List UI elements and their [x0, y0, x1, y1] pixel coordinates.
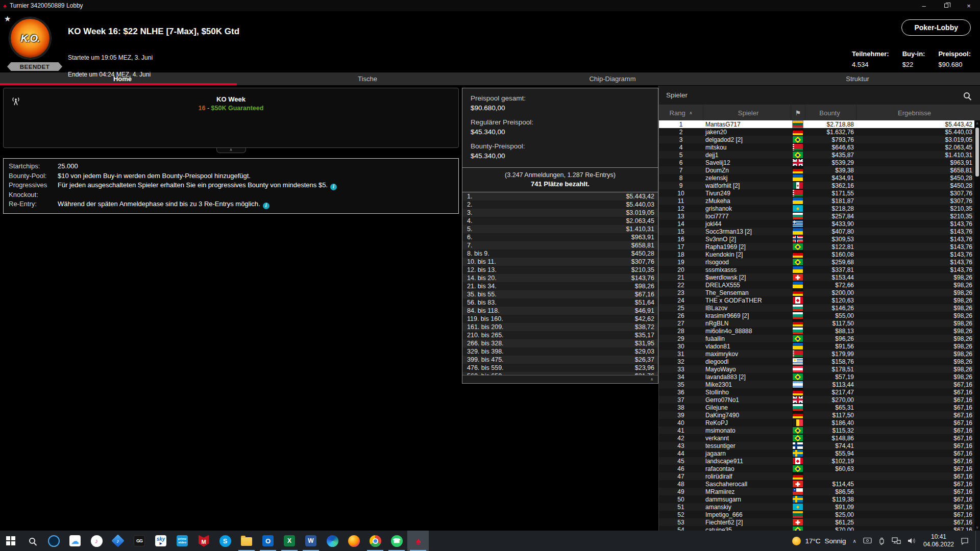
table-row[interactable]: 19rlsogood$259,68$143,76 [659, 258, 974, 266]
volume-icon[interactable] [908, 537, 917, 544]
table-row[interactable]: 8zelenskj$434,91$450,28 [659, 174, 974, 182]
music-app-icon[interactable]: ♪ [107, 531, 129, 551]
firefox-icon[interactable] [343, 531, 364, 551]
column-header-bounty[interactable]: Bounty [805, 105, 856, 120]
chrome-icon[interactable] [364, 531, 386, 551]
show-desktop-button[interactable] [975, 531, 978, 551]
table-row[interactable]: 7DoumZn$39,38$658,81 [659, 166, 974, 174]
column-header-flag[interactable]: ⚑ [791, 105, 805, 120]
table-row[interactable]: 29fuàallin$96,26$98,26 [659, 335, 974, 342]
table-row[interactable]: 36Stollinho$217,47$67,16 [659, 388, 974, 396]
minimize-button[interactable]: – [913, 0, 935, 11]
column-header-rank[interactable]: Rang∧ [659, 105, 703, 120]
table-row[interactable]: 10Tivun249$171,55$307,76 [659, 189, 974, 197]
ggpoker-icon[interactable]: GG [129, 531, 150, 551]
table-row[interactable]: 28mi6olin4o_88888$88,13$98,26 [659, 327, 974, 335]
prime-video-icon[interactable]: primevideo [172, 531, 193, 551]
tab-struktur[interactable]: Struktur [735, 72, 980, 85]
table-row[interactable]: 30vladon81$91,56$98,26 [659, 342, 974, 350]
table-row[interactable]: 3delgadod2 [2]$793,76$3.019,05 [659, 136, 974, 143]
table-row[interactable]: 9waitforhiit [2]$362,16$450,28 [659, 182, 974, 189]
scrollbar[interactable]: ∧ ∨ [974, 120, 980, 531]
table-row[interactable]: 6Savelij12$539,29$963,91 [659, 159, 974, 166]
column-header-result[interactable]: Ergebnisse [856, 105, 974, 120]
scroll-down-icon[interactable]: ∨ [976, 524, 978, 531]
favorite-star-icon[interactable]: ★ [4, 14, 11, 23]
taskbar-clock[interactable]: 10:41 04.06.2022 [923, 533, 954, 548]
restore-button[interactable] [935, 0, 958, 11]
table-row[interactable]: 47rolirüdiralf$67,16 [659, 472, 974, 480]
table-row[interactable]: 43tessuntiger$74,41$67,16 [659, 442, 974, 449]
table-row[interactable]: 48Saschaherocall$114,45$67,16 [659, 480, 974, 488]
scroll-thumb[interactable] [975, 128, 979, 177]
mcafee-icon[interactable]: M [193, 531, 214, 551]
sky-icon[interactable]: sky▶ [150, 531, 172, 551]
word-icon[interactable]: W [300, 531, 322, 551]
table-row[interactable]: 13toci7777$257,84$210,35 [659, 212, 974, 220]
table-row[interactable]: 18Kuendokin [2]$160,08$143,76 [659, 251, 974, 258]
scroll-up-icon[interactable]: ∧ [976, 120, 978, 127]
table-row[interactable]: 4mitskou$646,63$2.063,45 [659, 143, 974, 151]
table-row[interactable]: 21$werdlowsk [2]$153,44$98,26 [659, 273, 974, 281]
network-icon[interactable] [892, 537, 901, 544]
window-titlebar[interactable]: ♠ Turnier 3420050889 Lobby – × [0, 0, 980, 11]
table-row[interactable]: 12grishanok$218,28$210,35 [659, 205, 974, 212]
close-button[interactable]: × [958, 0, 980, 11]
table-row[interactable]: 44jagaarn$55,94$67,16 [659, 449, 974, 457]
table-row[interactable]: 38Gilejune$65,31$67,16 [659, 404, 974, 411]
table-row[interactable]: 33MayoWayo$178,51$98,26 [659, 365, 974, 373]
poker-lobby-button[interactable]: Poker-Lobby [901, 19, 971, 36]
itunes-icon[interactable]: ♪ [86, 531, 107, 551]
skype-icon[interactable]: S [214, 531, 236, 551]
tab-chip-diagramm[interactable]: Chip-Diagramm [490, 72, 735, 85]
table-row[interactable]: 14jokl44$433,90$143,76 [659, 220, 974, 228]
table-row[interactable]: 11zMukeha$181,87$307,76 [659, 197, 974, 205]
icloud-icon[interactable]: ☁ [64, 531, 86, 551]
table-row[interactable]: 53Fiechter62 [2]$61,25$67,16 [659, 518, 974, 526]
table-row[interactable]: 22DRELAX555$72,66$98,26 [659, 281, 974, 289]
cortana-icon[interactable] [43, 531, 64, 551]
table-row[interactable]: 45landscape911$102,19$67,16 [659, 457, 974, 465]
table-row[interactable]: 26krasimir9669 [2]$55,00$98,26 [659, 312, 974, 319]
outlook-icon[interactable]: O [257, 531, 279, 551]
file-explorer-icon[interactable] [236, 531, 257, 551]
windows-start-icon[interactable] [0, 531, 21, 551]
column-header-name[interactable]: Spieler [703, 105, 791, 120]
table-row[interactable]: 50dammsugarn$119,38$67,16 [659, 495, 974, 503]
table-row[interactable]: 42verkannt$148,86$67,16 [659, 434, 974, 442]
table-row[interactable]: 37Gerro07No1$270,00$67,16 [659, 396, 974, 404]
table-row[interactable]: 40ReKoPJ$186,40$67,16 [659, 419, 974, 427]
tab-tische[interactable]: Tische [245, 72, 490, 85]
search-icon[interactable] [964, 92, 970, 98]
table-row[interactable]: 34lavanda883 [2]$57,19$98,26 [659, 373, 974, 381]
info-icon[interactable]: i [263, 203, 270, 209]
cast-icon[interactable] [863, 537, 872, 544]
table-row[interactable]: 46rafacontao$60,63$67,16 [659, 465, 974, 472]
table-row[interactable]: 15Socc3rman13 [2]$407,80$143,76 [659, 228, 974, 235]
weather-widget[interactable]: 17°C Sonnig [792, 537, 846, 545]
table-row[interactable]: 54catuipe35$70,00$67,16 [659, 526, 974, 531]
table-row[interactable]: 27nRgBLN$117,50$98,26 [659, 319, 974, 327]
edge-icon[interactable] [322, 531, 343, 551]
table-row[interactable]: 20sssmixasss$337,81$143,76 [659, 266, 974, 273]
table-row[interactable]: 1MantasG717$2.718,88$5.443,42 [659, 120, 974, 128]
table-row[interactable]: 49MRamiirez$86,56$67,16 [659, 488, 974, 495]
whatsapp-icon[interactable]: ☎ [386, 531, 407, 551]
search-icon[interactable] [21, 531, 43, 551]
table-row[interactable]: 5dejj1$435,87$1.410,31 [659, 151, 974, 159]
table-row[interactable]: 25IBLazov$146,26$98,26 [659, 304, 974, 312]
table-row[interactable]: 35Mike2301$113,44$67,16 [659, 381, 974, 388]
table-row[interactable]: 41msimonato$115,32$67,16 [659, 427, 974, 434]
table-row[interactable]: 32diegoodl$158,76$98,26 [659, 358, 974, 365]
tab-home[interactable]: Home [0, 72, 245, 85]
tray-chevron-up-icon[interactable]: ∧ [853, 538, 856, 544]
table-row[interactable]: 23The_Senseman$200,00$98,26 [659, 289, 974, 296]
table-row[interactable]: 39DaKing7490$117,50$67,16 [659, 411, 974, 419]
info-icon[interactable]: i [330, 184, 337, 190]
table-row[interactable]: 16Sv3nnO [2]$309,53$143,76 [659, 235, 974, 243]
usb-icon[interactable] [878, 537, 885, 545]
pokerstars-icon[interactable]: ♠ [407, 531, 429, 551]
table-row[interactable]: 31maximrykov$179,99$98,26 [659, 350, 974, 358]
table-row[interactable]: 2jaken20$1.632,76$5.440,03 [659, 128, 974, 136]
table-row[interactable]: 52Impetigo_666$25,00$67,16 [659, 511, 974, 518]
